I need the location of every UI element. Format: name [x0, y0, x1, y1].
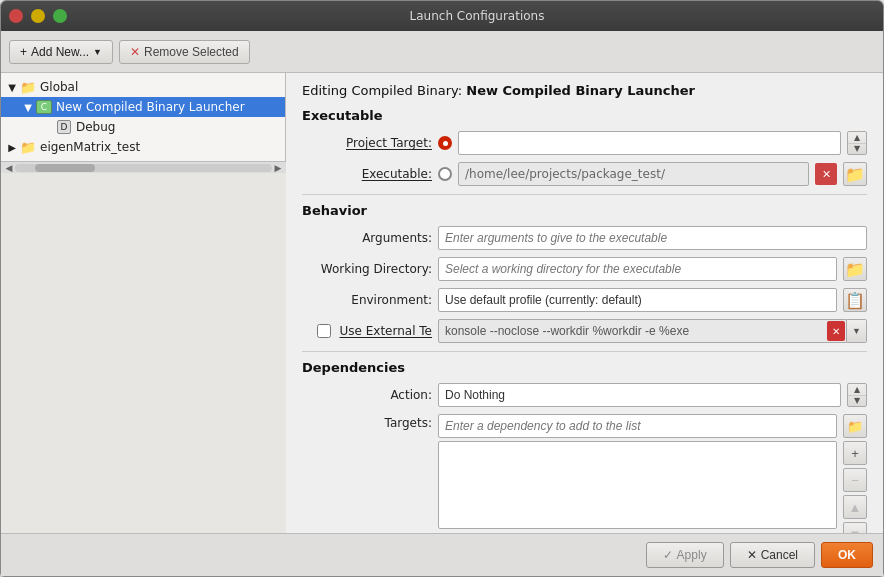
project-target-row: Project Target: ▲ ▼	[302, 131, 867, 155]
konsole-clear-button[interactable]: ✕	[827, 321, 845, 341]
add-icon: +	[20, 45, 27, 59]
tree-expand-arrow: ▼	[21, 102, 35, 113]
use-external-terminal-checkbox[interactable]	[317, 324, 331, 338]
arguments-label: Arguments:	[302, 231, 432, 245]
targets-area	[438, 414, 837, 529]
remove-icon: ✕	[130, 45, 140, 59]
bottom-panel: ✓ Apply ✕ Cancel OK	[1, 533, 883, 576]
behavior-section-header: Behavior	[302, 203, 867, 218]
tree-panel: ▼ 📁 Global ▼ C New Compiled Binary Launc…	[1, 73, 286, 161]
environment-select[interactable]: Use default profile (currently: default)	[438, 288, 837, 312]
working-directory-label: Working Directory:	[302, 262, 432, 276]
arguments-row: Arguments:	[302, 226, 867, 250]
tree-item-new-compiled[interactable]: ▼ C New Compiled Binary Launcher	[1, 97, 285, 117]
editing-title: Editing Compiled Binary: New Compiled Bi…	[302, 83, 867, 98]
executable-section-header: Executable	[302, 108, 867, 123]
action-spinner-up[interactable]: ▲	[848, 384, 866, 396]
arguments-input[interactable]	[438, 226, 867, 250]
editing-name: New Compiled Binary Launcher	[466, 83, 695, 98]
debug-icon: D	[55, 119, 73, 135]
main-content: ▼ 📁 Global ▼ C New Compiled Binary Launc…	[1, 73, 883, 533]
ok-button[interactable]: OK	[821, 542, 873, 568]
executable-row: Executable: /home/lee/projects/package_t…	[302, 162, 867, 186]
targets-down-button[interactable]: ▼	[843, 522, 867, 533]
working-directory-browse-button[interactable]: 📁	[843, 257, 867, 281]
targets-remove-button[interactable]: −	[843, 468, 867, 492]
use-external-terminal-label: Use External Te	[339, 324, 432, 338]
horizontal-scrollbar[interactable]: ◀ ▶	[1, 161, 286, 173]
action-label: Action:	[302, 388, 432, 402]
tree-item-global[interactable]: ▼ 📁 Global	[1, 77, 285, 97]
cancel-icon: ✕	[747, 548, 757, 562]
targets-browse-button[interactable]: 📁	[843, 414, 867, 438]
targets-add-button[interactable]: +	[843, 441, 867, 465]
project-target-label: Project Target:	[302, 136, 432, 150]
tree-item-debug[interactable]: D Debug	[1, 117, 285, 137]
targets-label: Targets:	[302, 414, 432, 430]
external-terminal-row: Use External Te ✕ ▼	[302, 319, 867, 343]
executable-radio[interactable]	[438, 167, 452, 181]
executable-clear-button[interactable]: ✕	[815, 163, 837, 185]
folder-icon: 📁	[19, 139, 37, 155]
project-target-spinner[interactable]: ▲ ▼	[847, 131, 867, 155]
tree-item-label: eigenMatrix_test	[40, 140, 140, 154]
minimize-button[interactable]	[31, 9, 45, 23]
close-button[interactable]	[9, 9, 23, 23]
remove-selected-button[interactable]: ✕ Remove Selected	[119, 40, 250, 64]
window-title: Launch Configurations	[79, 9, 875, 23]
targets-row: Targets: 📁 + − ▲ ▼	[302, 414, 867, 533]
project-target-radio[interactable]	[438, 136, 452, 150]
targets-up-button[interactable]: ▲	[843, 495, 867, 519]
executable-label: Executable:	[302, 167, 432, 181]
action-spinner-down[interactable]: ▼	[848, 396, 866, 407]
scrollbar-thumb	[35, 164, 95, 172]
config-icon: C	[35, 99, 53, 115]
spinner-down-icon[interactable]: ▼	[848, 144, 866, 155]
cancel-button[interactable]: ✕ Cancel	[730, 542, 815, 568]
tree-item-eigen[interactable]: ▶ 📁 eigenMatrix_test	[1, 137, 285, 157]
action-select[interactable]: Do Nothing	[438, 383, 841, 407]
folder-icon: 📁	[19, 79, 37, 95]
tree-expand-arrow: ▼	[5, 82, 19, 93]
targets-side-buttons: 📁 + − ▲ ▼	[843, 414, 867, 533]
tree-item-label: New Compiled Binary Launcher	[56, 100, 245, 114]
scrollbar-track	[15, 164, 272, 172]
dependencies-section-header: Dependencies	[302, 360, 867, 375]
chevron-down-icon: ▼	[93, 47, 102, 57]
titlebar: Launch Configurations	[1, 1, 883, 31]
working-directory-row: Working Directory: 📁	[302, 257, 867, 281]
konsole-wrapper: ✕ ▼	[438, 319, 867, 343]
project-target-input[interactable]	[458, 131, 841, 155]
maximize-button[interactable]	[53, 9, 67, 23]
targets-input[interactable]	[438, 414, 837, 438]
environment-row: Environment: Use default profile (curren…	[302, 288, 867, 312]
right-panel: Editing Compiled Binary: New Compiled Bi…	[286, 73, 883, 533]
environment-label: Environment:	[302, 293, 432, 307]
konsole-dropdown-button[interactable]: ▼	[847, 319, 867, 343]
konsole-input[interactable]	[438, 319, 847, 343]
launch-configurations-window: Launch Configurations + Add New... ▼ ✕ R…	[0, 0, 884, 577]
working-directory-input[interactable]	[438, 257, 837, 281]
scroll-right-button[interactable]: ▶	[272, 162, 284, 174]
action-row: Action: Do Nothing ▲ ▼	[302, 383, 867, 407]
tree-item-label: Debug	[76, 120, 115, 134]
toolbar: + Add New... ▼ ✕ Remove Selected	[1, 31, 883, 73]
add-new-button[interactable]: + Add New... ▼	[9, 40, 113, 64]
executable-browse-button[interactable]: 📁	[843, 162, 867, 186]
apply-button[interactable]: ✓ Apply	[646, 542, 724, 568]
targets-list	[438, 441, 837, 529]
executable-input: /home/lee/projects/package_test/	[458, 162, 809, 186]
environment-manage-button[interactable]: 📋	[843, 288, 867, 312]
tree-item-label: Global	[40, 80, 78, 94]
action-spinner[interactable]: ▲ ▼	[847, 383, 867, 407]
check-icon: ✓	[663, 548, 673, 562]
left-panel-container: ▼ 📁 Global ▼ C New Compiled Binary Launc…	[1, 73, 286, 533]
tree-expand-arrow: ▶	[5, 142, 19, 153]
spinner-up-icon[interactable]: ▲	[848, 132, 866, 144]
scroll-left-button[interactable]: ◀	[3, 162, 15, 174]
